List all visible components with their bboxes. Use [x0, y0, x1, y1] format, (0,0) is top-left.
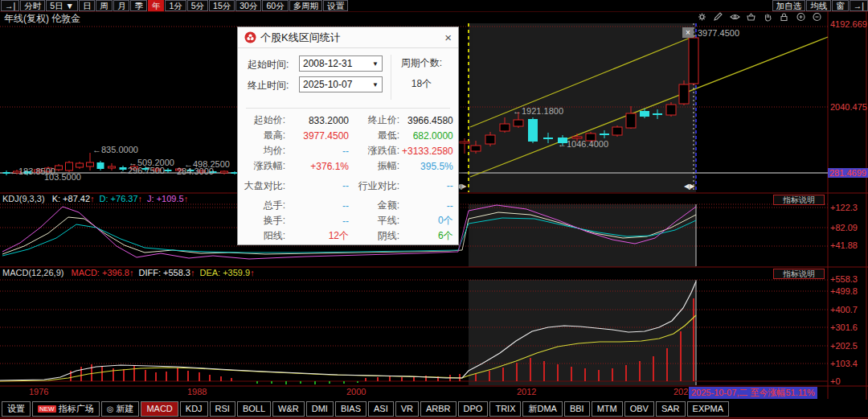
hand-icon[interactable] — [762, 11, 776, 23]
period-tab-月[interactable]: 月 — [113, 0, 130, 11]
basket-icon[interactable] — [745, 11, 759, 23]
svg-text:284.3000: 284.3000 — [177, 166, 214, 176]
period-tab-15分[interactable]: 15分 — [209, 0, 235, 11]
end-date-select[interactable]: 2025-10-07 ▼ — [299, 76, 383, 92]
period-tab-30分[interactable]: 30分 — [235, 0, 261, 11]
start-date-select[interactable]: 2008-12-31 ▼ — [299, 55, 383, 72]
current-price-badge: 281.4699 — [828, 168, 868, 178]
indicator-tab-DMI[interactable]: DMI — [306, 401, 334, 417]
stat-value: -- — [402, 180, 455, 191]
macd-help-button[interactable]: 指标说明 — [773, 269, 825, 279]
indicator-tab-SAR[interactable]: SAR — [656, 401, 686, 417]
svg-text:←835.0000: ←835.0000 — [92, 145, 138, 154]
indicator-axis-label: +41.88 — [830, 240, 858, 250]
period-tab-5日[interactable]: 5日 ▼ — [46, 0, 78, 11]
stat-value: 682.0000 — [402, 130, 455, 142]
indicator-tab-VR[interactable]: VR — [395, 401, 419, 417]
stat-label: 均价: — [241, 146, 288, 156]
dialog-titlebar[interactable]: 个股K线区间统计 × — [238, 27, 458, 48]
indicator-tab-ASI[interactable]: ASI — [368, 401, 394, 417]
indicator-tab-BIAS[interactable]: BIAS — [335, 401, 366, 417]
stat-label: 最低: — [350, 130, 402, 141]
toolbar-button-窗[interactable]: 窗 — [832, 0, 849, 11]
indicator-tab-新DMA[interactable]: 新DMA — [522, 401, 562, 417]
indicator-tab-RSI[interactable]: RSI — [210, 401, 235, 417]
period-count-label: 周期个数: — [391, 56, 452, 70]
lock-icon[interactable] — [778, 11, 792, 23]
chart-tool-icons — [696, 11, 825, 23]
chart-title: 年线(复权) 伦敦金 — [4, 12, 80, 26]
indicator-tab-DPO[interactable]: DPO — [458, 401, 489, 417]
period-tab-季[interactable]: 季 — [130, 0, 147, 11]
indicator-axis-label: +103.4 — [830, 359, 858, 368]
stat-label: 总手: — [241, 200, 288, 211]
toolbar-spacer — [349, 0, 772, 11]
period-count-value: 18个 — [391, 77, 452, 91]
svg-text:103.5000: 103.5000 — [44, 172, 81, 182]
indicator-plaza-button[interactable]: NEW 指标广场 — [32, 401, 100, 417]
stat-label: 金额: — [350, 200, 402, 211]
indicator-tab-OBV[interactable]: OBV — [624, 401, 654, 417]
period-toolbar: →| 分时5日 ▼日周月季年1分5分15分30分60分多周期设置 加自选均线窗 … — [0, 0, 868, 11]
new-indicator-button[interactable]: ◎ 新建 — [101, 401, 140, 417]
indicator-tabbar: 设置 NEW 指标广场 ◎ 新建 MACDKDJRSIBOLLW&RDMIBIA… — [0, 400, 868, 417]
indicator-tab-KDJ[interactable]: KDJ — [180, 401, 208, 417]
dialog-title: 个股K线区间统计 — [260, 31, 341, 45]
indicator-tab-EXPMA[interactable]: EXPMA — [687, 401, 730, 417]
indicator-tab-W&R[interactable]: W&R — [272, 401, 305, 417]
stat-value: 3977.4500 — [288, 130, 350, 142]
dialog-close-button[interactable]: × — [444, 31, 452, 44]
stat-label: 阴线: — [350, 231, 402, 241]
indicator-tab-ARBR[interactable]: ARBR — [420, 401, 457, 417]
x-axis-year: 1988 — [187, 387, 207, 396]
indicator-axis-label: +301.6 — [830, 322, 858, 332]
period-tab-60分[interactable]: 60分 — [262, 0, 288, 11]
collapse-right-icon[interactable]: →| — [850, 0, 868, 11]
range-handle-right[interactable]: ◀||▶ — [684, 183, 694, 190]
toolbar-button-加自选[interactable]: 加自选 — [772, 0, 806, 11]
kdj-help-button[interactable]: 指标说明 — [773, 195, 825, 205]
chevron-down-icon: ▼ — [372, 81, 379, 88]
stat-value: +3133.2580 — [402, 146, 455, 157]
stat-label: 平线: — [350, 216, 402, 226]
stat-value: +376.1% — [288, 161, 350, 172]
collapse-left-icon[interactable]: →| — [1, 0, 19, 11]
dialog-form: 起始时间: 2008-12-31 ▼ 终止时间: 2025-10-07 ▼ 周期… — [238, 48, 458, 108]
period-tab-周[interactable]: 周 — [96, 0, 113, 11]
indicator-axis-label: +499.8 — [830, 286, 858, 296]
period-tab-5分[interactable]: 5分 — [187, 0, 208, 11]
chevron-down-icon: ▼ — [372, 60, 379, 68]
indicator-axis-label: +0 — [830, 376, 841, 386]
period-tab-年[interactable]: 年 — [148, 0, 165, 11]
gear-icon[interactable] — [696, 11, 710, 23]
period-tabs: 分时5日 ▼日周月季年1分5分15分30分60分多周期设置 — [20, 0, 348, 11]
indicator-tab-MACD[interactable]: MACD — [141, 401, 178, 417]
indicator-axis-label: +122.3 — [830, 203, 858, 212]
period-tab-设置[interactable]: 设置 — [323, 0, 348, 11]
stat-value: 12个 — [288, 229, 350, 243]
zoom-in-icon[interactable] — [795, 11, 809, 23]
stat-label: 换手: — [241, 216, 288, 226]
pen-icon[interactable] — [712, 11, 726, 23]
indicator-tab-BBI[interactable]: BBI — [564, 401, 590, 417]
indicator-tab-BOLL[interactable]: BOLL — [237, 401, 271, 417]
x-axis-year: 1976 — [29, 387, 48, 396]
indicator-tab-MTM[interactable]: MTM — [592, 401, 623, 417]
period-tab-日[interactable]: 日 — [79, 0, 96, 11]
stat-value: 3966.4580 — [402, 115, 455, 126]
period-tab-1分[interactable]: 1分 — [165, 0, 186, 11]
selection-close-icon[interactable]: × — [682, 27, 694, 38]
eye-icon[interactable] — [729, 11, 743, 23]
stat-label: 终止价: — [350, 115, 402, 125]
stat-value: -- — [288, 200, 350, 212]
period-tab-分时[interactable]: 分时 — [20, 0, 45, 11]
stat-label: 最高: — [241, 130, 288, 141]
indicator-tab-TRIX[interactable]: TRIX — [489, 401, 521, 417]
zoom-out-icon[interactable] — [811, 11, 825, 23]
x-axis-year: 2012 — [517, 387, 536, 396]
price-axis-label: 4192.669 — [830, 19, 867, 29]
settings-button[interactable]: 设置 — [2, 401, 31, 417]
toolbar-right-buttons: 加自选均线窗 — [772, 0, 849, 11]
period-tab-多周期[interactable]: 多周期 — [289, 0, 323, 11]
toolbar-button-均线[interactable]: 均线 — [806, 0, 831, 11]
